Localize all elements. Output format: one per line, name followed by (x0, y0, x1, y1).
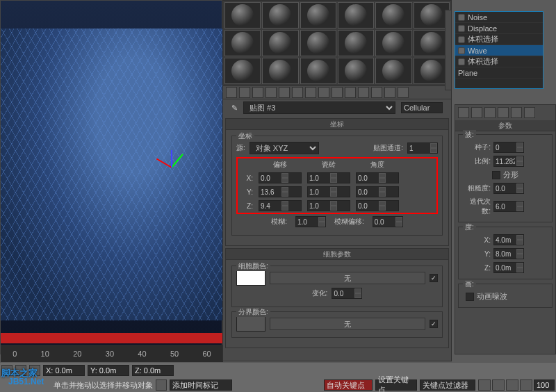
stack-item-plane[interactable]: Plane (455, 67, 543, 79)
tool-icon[interactable] (358, 87, 369, 98)
tool-icon[interactable] (371, 87, 382, 98)
z-axis[interactable] (171, 150, 172, 168)
play-icon[interactable] (506, 379, 518, 391)
z-angle-spinner[interactable] (356, 200, 399, 211)
material-slot[interactable] (300, 58, 336, 84)
div-map-button[interactable]: 无 (270, 318, 425, 330)
tool-icon[interactable] (239, 87, 250, 98)
material-slot[interactable] (262, 30, 298, 56)
x-coord[interactable]: X: 0.0m (43, 365, 85, 376)
transform-gizmo[interactable] (143, 122, 206, 171)
scale-spinner[interactable] (493, 156, 524, 167)
x-offset-spinner[interactable] (259, 172, 302, 183)
y-offset-spinner[interactable] (259, 186, 302, 197)
strength-z-spinner[interactable] (493, 262, 524, 273)
rollout-header[interactable]: 坐标 (226, 119, 448, 130)
stack-item-noise[interactable]: Noise (455, 12, 543, 23)
rollout-header[interactable]: 细胞参数 (226, 249, 448, 260)
tool-icon[interactable] (292, 87, 303, 98)
panel-icon[interactable] (511, 107, 522, 118)
timeline-track[interactable] (1, 333, 223, 343)
mapchan-spinner[interactable] (407, 142, 438, 154)
modifier-stack[interactable]: Noise Displace 体积选择 Wave 体积选择 Plane (455, 11, 543, 89)
material-slot[interactable] (300, 2, 336, 28)
map-type[interactable]: Cellular (401, 102, 443, 113)
material-slot[interactable] (338, 2, 374, 28)
y-coord[interactable]: Y: 0.0m (88, 365, 129, 376)
tool-icon[interactable] (318, 87, 329, 98)
material-slot[interactable] (262, 2, 298, 28)
stack-item-displace[interactable]: Displace (455, 23, 543, 34)
material-editor: ✎ 贴图 #3 Cellular 坐标 坐标 源: 对象 XYZ 贴图通道: 偏… (222, 0, 452, 361)
strength-y-spinner[interactable] (493, 248, 524, 259)
tool-icon[interactable] (384, 87, 395, 98)
stack-item-wave[interactable]: Wave (455, 45, 543, 56)
tool-icon[interactable] (398, 87, 409, 98)
z-offset-spinner[interactable] (259, 200, 302, 211)
panel-icon[interactable] (484, 107, 496, 118)
material-slot[interactable] (375, 58, 411, 84)
viewport[interactable]: 010 2030 4050 60 (0, 0, 222, 354)
timeline-ruler[interactable]: 010 2030 4050 60 (1, 345, 223, 362)
material-slot[interactable] (375, 2, 411, 28)
material-slot[interactable] (338, 58, 374, 84)
x-angle-spinner[interactable] (356, 172, 399, 183)
prev-frame-icon[interactable] (492, 379, 505, 391)
source-dropdown[interactable]: 对象 XYZ (250, 142, 319, 154)
tool-icon[interactable] (305, 87, 316, 98)
stack-item-volselect[interactable]: 体积选择 (455, 34, 543, 45)
goto-start-icon[interactable] (478, 379, 491, 391)
keyfilter-button[interactable]: 关键点过滤器 (420, 379, 475, 391)
cell-color-swatch[interactable] (236, 270, 265, 286)
tag-icon[interactable] (156, 379, 167, 391)
tool-icon[interactable] (279, 87, 290, 98)
autokey-button[interactable]: 自动关键点 (324, 379, 373, 391)
tool-icon[interactable] (345, 87, 356, 98)
map-name-dropdown[interactable]: 贴图 #3 (243, 101, 395, 114)
variation-spinner[interactable] (332, 288, 362, 299)
tool-icon[interactable] (265, 87, 277, 98)
material-slot[interactable] (300, 30, 336, 56)
setkey-button[interactable]: 设置关键点 (375, 379, 417, 391)
y-tiling-spinner[interactable] (307, 186, 350, 197)
div-map-checkbox[interactable] (430, 320, 438, 328)
div-color-swatch[interactable] (236, 316, 265, 332)
panel-icon[interactable] (471, 107, 482, 118)
material-slot[interactable] (262, 58, 298, 84)
y-angle-spinner[interactable] (356, 186, 399, 197)
x-axis[interactable] (156, 158, 172, 168)
eyedropper-icon[interactable]: ✎ (231, 104, 238, 113)
tool-icon[interactable] (226, 87, 237, 98)
y-axis[interactable] (171, 154, 183, 168)
stack-item-volselect2[interactable]: 体积选择 (455, 56, 543, 67)
x-tiling-spinner[interactable] (307, 172, 350, 183)
panel-icon[interactable] (524, 107, 535, 118)
tool-icon[interactable] (332, 87, 343, 98)
playback-controls: 100 (478, 379, 555, 391)
frame-field[interactable]: 100 (534, 379, 555, 391)
rough-spinner[interactable] (493, 183, 524, 194)
cell-map-button[interactable]: 无 (270, 272, 425, 284)
tool-icon[interactable] (252, 87, 263, 98)
iter-spinner[interactable] (493, 201, 524, 212)
panel-icon[interactable] (498, 107, 509, 118)
panel-icon[interactable] (458, 107, 469, 118)
cell-map-checkbox[interactable] (430, 274, 438, 282)
material-slot[interactable] (224, 2, 261, 28)
fractal-checkbox[interactable] (492, 171, 500, 179)
bluroff-spinner[interactable] (373, 216, 403, 227)
offset-highlight: 偏移 瓷砖 角度 X: Y: Z: (236, 157, 438, 214)
material-slot[interactable] (224, 58, 261, 84)
z-tiling-spinner[interactable] (307, 200, 350, 211)
seed-spinner[interactable] (493, 142, 524, 153)
anim-noise-checkbox[interactable] (466, 293, 474, 301)
strength-x-spinner[interactable] (493, 234, 524, 245)
material-slot[interactable] (338, 30, 374, 56)
material-side-toolbar[interactable] (445, 10, 452, 90)
blur-spinner[interactable] (295, 216, 326, 227)
material-slot[interactable] (375, 30, 411, 56)
add-time-marker[interactable]: 添加时间标记 (170, 379, 232, 391)
material-slot[interactable] (224, 30, 261, 56)
z-coord[interactable]: Z: 0.0m (132, 365, 174, 376)
next-frame-icon[interactable] (520, 379, 532, 391)
